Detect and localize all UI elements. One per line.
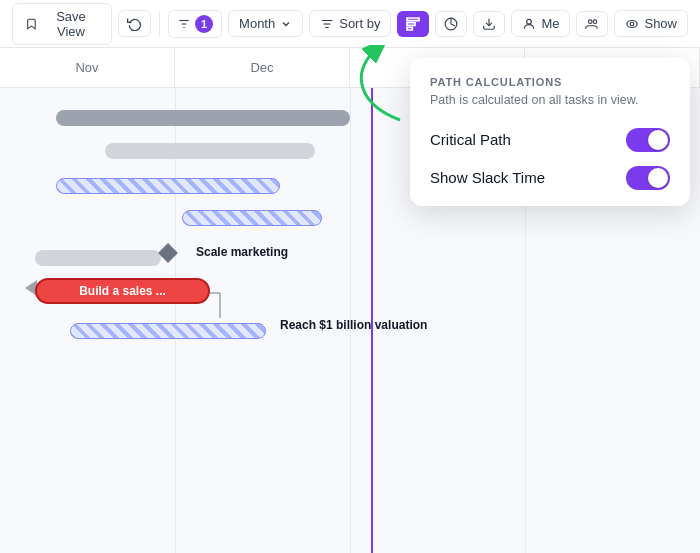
svg-point-11 <box>627 20 638 27</box>
show-slack-row: Show Slack Time <box>430 166 670 190</box>
divider-1 <box>159 12 160 36</box>
me-label: Me <box>541 16 559 31</box>
color-icon <box>444 17 458 31</box>
popup-description: Path is calculated on all tasks in view. <box>430 92 670 110</box>
history-icon <box>127 16 142 31</box>
critical-path-row: Critical Path <box>430 128 670 152</box>
show-label: Show <box>644 16 677 31</box>
eye-icon <box>625 17 639 31</box>
critical-path-toggle[interactable] <box>626 128 670 152</box>
task-bar-4 <box>182 210 322 226</box>
task-bar-2 <box>105 143 315 159</box>
path-icon <box>405 16 421 32</box>
month-label: Month <box>239 16 275 31</box>
chevron-down-icon <box>280 18 292 30</box>
user-icon <box>522 17 536 31</box>
month-dec: Dec <box>175 48 350 87</box>
popup-title: PATH CALCULATIONS <box>430 76 670 88</box>
download-icon <box>482 17 496 31</box>
task-bar-1 <box>56 110 350 126</box>
show-button[interactable]: Show <box>614 10 688 37</box>
svg-point-10 <box>594 19 598 23</box>
history-button[interactable] <box>118 10 151 37</box>
toolbar: Save View 1 Month Sort by Me Show <box>0 0 700 48</box>
connector-1 <box>210 293 250 323</box>
filter-badge-button[interactable]: 1 <box>168 10 222 38</box>
reach-billion-label: Reach $1 billion valuation <box>280 318 427 332</box>
task-bar-3 <box>56 178 280 194</box>
team-button[interactable] <box>576 11 608 37</box>
build-sales-label: Build a sales ... <box>79 284 166 298</box>
svg-point-9 <box>589 19 593 23</box>
filter-icon <box>177 17 191 31</box>
build-sales-bar[interactable]: Build a sales ... <box>35 278 210 304</box>
sort-icon <box>320 17 334 31</box>
filter-count: 1 <box>195 15 213 33</box>
sort-by-label: Sort by <box>339 16 380 31</box>
scale-marketing-label: Scale marketing <box>196 245 288 259</box>
task-bar-scale-marketing <box>35 250 161 266</box>
show-slack-label: Show Slack Time <box>430 169 545 186</box>
me-button[interactable]: Me <box>511 10 570 37</box>
save-view-button[interactable]: Save View <box>12 3 112 45</box>
bookmark-icon <box>25 17 38 31</box>
svg-point-8 <box>527 19 532 24</box>
show-slack-toggle[interactable] <box>626 166 670 190</box>
team-icon <box>585 17 599 31</box>
path-calc-button[interactable] <box>397 11 429 37</box>
today-line: Today <box>371 88 373 553</box>
color-button[interactable] <box>435 11 467 37</box>
sort-by-button[interactable]: Sort by <box>309 10 391 37</box>
task-bar-reach <box>70 323 266 339</box>
path-calculations-popup: PATH CALCULATIONS Path is calculated on … <box>410 58 690 206</box>
critical-path-label: Critical Path <box>430 131 511 148</box>
svg-point-12 <box>631 22 635 26</box>
month-selector-button[interactable]: Month <box>228 10 303 37</box>
month-nov: Nov <box>0 48 175 87</box>
save-view-label: Save View <box>43 9 99 39</box>
download-button[interactable] <box>473 11 505 37</box>
